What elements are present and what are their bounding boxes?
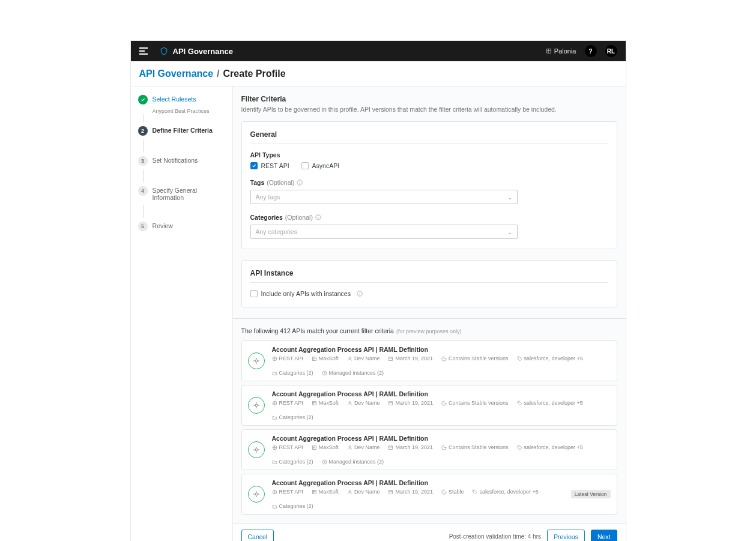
api-meta-item: salesforce, developer +5 bbox=[517, 400, 583, 406]
chevron-down-icon: ⌄ bbox=[507, 194, 512, 201]
svg-point-26 bbox=[255, 493, 258, 495]
svg-rect-0 bbox=[546, 49, 551, 53]
svg-point-21 bbox=[349, 446, 351, 447]
svg-point-7 bbox=[349, 357, 351, 358]
svg-point-31 bbox=[474, 491, 474, 491]
rest-api-label: REST API bbox=[261, 162, 289, 169]
org-icon bbox=[546, 48, 552, 54]
api-meta-item: REST API bbox=[272, 400, 303, 406]
svg-rect-16 bbox=[389, 401, 393, 405]
svg-point-12 bbox=[255, 404, 258, 407]
step-3-label: Set Notifications bbox=[153, 156, 198, 164]
api-meta-item: MaxSoft bbox=[312, 355, 339, 361]
svg-rect-8 bbox=[389, 357, 393, 360]
api-item[interactable]: Account Aggregation Process API | RAML D… bbox=[241, 429, 617, 470]
avatar-button[interactable]: RL bbox=[605, 45, 617, 57]
api-meta-item: Categories (2) bbox=[272, 459, 313, 465]
api-meta-item: REST API bbox=[272, 444, 303, 450]
svg-point-23 bbox=[518, 446, 519, 447]
api-meta-item: Categories (2) bbox=[272, 414, 313, 420]
latest-version-badge: Latest Version bbox=[571, 490, 611, 498]
step-1[interactable]: Select Rulesets bbox=[138, 95, 228, 104]
svg-point-11 bbox=[322, 371, 327, 375]
include-instances-label: Include only APIs with instances bbox=[261, 290, 351, 297]
api-meta-item: Managed instances (2) bbox=[322, 459, 384, 465]
step-2-label: Define Filter Criteria bbox=[153, 126, 213, 134]
info-icon[interactable] bbox=[357, 291, 363, 297]
check-icon bbox=[138, 95, 148, 104]
api-item[interactable]: Account Aggregation Process API | RAML D… bbox=[241, 340, 617, 381]
tags-label: Tags (Optional) bbox=[250, 179, 608, 186]
help-button[interactable]: ? bbox=[585, 45, 597, 57]
step-sidebar: Select Rulesets Anypoint Best Practices … bbox=[131, 86, 233, 541]
next-button[interactable]: Next bbox=[591, 530, 617, 542]
api-meta-item: Dev Name bbox=[347, 400, 380, 406]
svg-point-10 bbox=[324, 372, 325, 373]
api-meta-item: Stable bbox=[441, 489, 464, 495]
menu-icon[interactable] bbox=[139, 47, 148, 55]
step-2[interactable]: 2 Define Filter Criteria bbox=[138, 126, 228, 136]
step-4-badge: 4 bbox=[138, 186, 148, 196]
api-meta-item: Categories (2) bbox=[272, 370, 313, 376]
api-meta-item: March 19, 2021 bbox=[388, 400, 433, 406]
filter-criteria-title: Filter Criteria bbox=[241, 95, 617, 103]
step-1-label: Select Rulesets bbox=[153, 95, 196, 103]
svg-point-29 bbox=[349, 490, 351, 492]
api-meta-item: Contains Stable versions bbox=[441, 400, 509, 406]
api-meta-item: Dev Name bbox=[347, 444, 380, 450]
svg-rect-22 bbox=[389, 446, 393, 449]
page-title: Create Profile bbox=[223, 68, 286, 79]
api-meta-item: MaxSoft bbox=[312, 489, 339, 495]
api-meta-item: Managed instances (2) bbox=[322, 370, 384, 376]
api-instance-heading: API Instance bbox=[250, 269, 608, 283]
step-1-sub: Anypoint Best Practices bbox=[153, 108, 228, 114]
svg-rect-14 bbox=[312, 401, 316, 405]
api-types-label: API Types bbox=[250, 151, 608, 159]
svg-point-24 bbox=[324, 461, 325, 462]
org-switcher[interactable]: Palonia bbox=[546, 47, 576, 55]
topbar: API Governance Palonia ? RL bbox=[131, 41, 626, 61]
info-icon[interactable] bbox=[315, 214, 321, 220]
api-name: Account Aggregation Process API | RAML D… bbox=[272, 390, 611, 397]
svg-rect-30 bbox=[389, 490, 393, 494]
breadcrumb-separator: / bbox=[217, 68, 219, 79]
svg-point-15 bbox=[349, 401, 351, 403]
api-meta-item: REST API bbox=[272, 489, 303, 495]
step-3[interactable]: 3 Set Notifications bbox=[138, 156, 228, 166]
svg-rect-6 bbox=[312, 357, 316, 360]
step-5[interactable]: 5 Review bbox=[138, 222, 228, 231]
api-item[interactable]: Account Aggregation Process API | RAML D… bbox=[241, 385, 617, 426]
step-4[interactable]: 4 Specify General Information bbox=[138, 186, 228, 201]
checkbox-unchecked-icon bbox=[301, 162, 309, 169]
api-meta-item: March 19, 2021 bbox=[388, 355, 433, 361]
api-icon bbox=[248, 352, 265, 369]
previous-button[interactable]: Previous bbox=[547, 530, 585, 542]
api-meta-item: MaxSoft bbox=[312, 444, 339, 450]
svg-point-18 bbox=[255, 449, 258, 451]
categories-input[interactable]: Any categories ⌄ bbox=[250, 225, 518, 239]
svg-rect-28 bbox=[312, 490, 316, 494]
api-meta-item: salesforce, developer +5 bbox=[517, 355, 583, 361]
tags-input[interactable]: Any tags ⌄ bbox=[250, 190, 518, 204]
breadcrumb-section[interactable]: API Governance bbox=[139, 68, 214, 79]
step-3-badge: 3 bbox=[138, 156, 148, 166]
include-instances-checkbox[interactable]: Include only APIs with instances bbox=[250, 290, 608, 297]
api-name: Account Aggregation Process API | RAML D… bbox=[272, 479, 564, 486]
api-icon bbox=[248, 441, 265, 458]
categories-placeholder: Any categories bbox=[256, 228, 297, 235]
step-5-label: Review bbox=[153, 222, 173, 229]
api-meta-item: REST API bbox=[272, 355, 303, 361]
api-item[interactable]: Account Aggregation Process API | RAML D… bbox=[241, 474, 617, 515]
api-icon bbox=[248, 486, 265, 503]
svg-point-17 bbox=[518, 402, 519, 402]
asyncapi-label: AsyncAPI bbox=[312, 162, 340, 169]
general-heading: General bbox=[250, 130, 608, 144]
api-meta-item: salesforce, developer +5 bbox=[517, 444, 583, 450]
org-name: Palonia bbox=[554, 47, 576, 55]
asyncapi-checkbox[interactable]: AsyncAPI bbox=[301, 162, 340, 169]
api-name: Account Aggregation Process API | RAML D… bbox=[272, 346, 611, 353]
api-meta-item: salesforce, developer +5 bbox=[472, 489, 538, 495]
rest-api-checkbox[interactable]: REST API bbox=[250, 162, 289, 169]
info-icon[interactable] bbox=[297, 180, 303, 186]
cancel-button[interactable]: Cancel bbox=[241, 530, 274, 542]
